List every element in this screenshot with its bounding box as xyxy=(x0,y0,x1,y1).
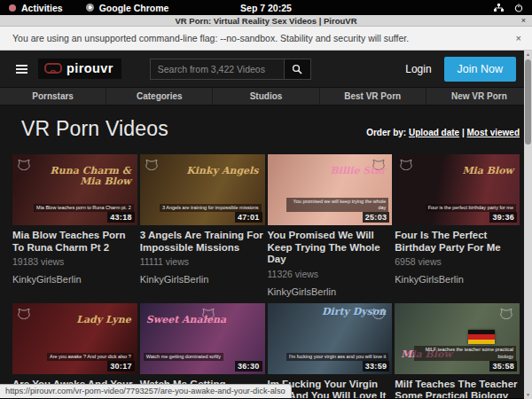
power-icon[interactable] xyxy=(514,4,523,12)
duration-badge: 47:01 xyxy=(235,212,262,223)
order-by-label: Order by: xyxy=(366,128,406,137)
order-separator: | xyxy=(462,128,465,137)
nav-item-pornstars[interactable]: Pornstars xyxy=(0,88,106,105)
video-thumbnail[interactable]: Runa Charm & Mia Blow Mia Blow teaches p… xyxy=(12,154,137,225)
video-title[interactable]: Milf Teaches The Teacher Some Practical … xyxy=(395,379,520,398)
thumbnail-caption: Lady Lyne xyxy=(76,315,131,325)
video-card: Mia Blow MILF teaches the teacher some p… xyxy=(395,303,520,398)
hamburger-menu-icon[interactable] xyxy=(16,65,27,74)
view-count: 11326 views xyxy=(268,269,393,279)
thumbnail-caption: Sweet Analena xyxy=(146,315,226,325)
page-content: VR Porn Videos Order by: Upload date | M… xyxy=(0,106,532,398)
nav-item-new-vr-porn[interactable]: New VR Porn xyxy=(426,88,532,105)
search-button[interactable] xyxy=(285,59,311,80)
duration-badge: 35:58 xyxy=(489,361,517,372)
video-thumbnail[interactable]: Mia Blow MILF teaches the teacher some p… xyxy=(395,303,520,374)
main-nav: Pornstars Categories Studios Best VR Por… xyxy=(0,87,532,106)
duration-badge: 43:18 xyxy=(107,212,135,223)
studio-watermark-icon xyxy=(145,158,158,174)
status-bar-url: https://pirouvr.com/vr-porn-video/779325… xyxy=(0,384,292,398)
video-thumbnail[interactable]: Billie Star You promised we will keep tr… xyxy=(268,154,393,225)
video-title[interactable]: 3 Angels Are Training For Impossible Mis… xyxy=(140,230,265,254)
network-icon[interactable] xyxy=(494,4,504,12)
view-count: 6958 views xyxy=(395,256,520,267)
nav-item-studios[interactable]: Studios xyxy=(212,88,318,105)
thumbnail-caption: Dirty Dyson xyxy=(322,307,386,317)
system-top-bar: Activities Google Chrome Sep 7 20:25 xyxy=(0,0,532,15)
thumbnail-caption: Billie Star xyxy=(330,166,386,176)
search-input[interactable] xyxy=(150,59,285,80)
duration-badge: 36:30 xyxy=(235,361,262,372)
video-card: Mia Blow Four is the perfect birthday pa… xyxy=(395,154,520,298)
video-card: Runa Charm & Mia Blow Mia Blow teaches p… xyxy=(12,154,137,298)
browser-title-bar: VR Porn: Virtual Reality Sex Videos | Pi… xyxy=(0,15,532,27)
video-title[interactable]: You Promised We Will Keep Trying The Who… xyxy=(268,230,393,266)
view-count: 11111 views xyxy=(140,256,265,267)
login-link[interactable]: Login xyxy=(393,63,443,75)
studio-watermark-icon xyxy=(18,307,30,323)
thumbnail-subcaption: 3 Angels are training for impossible mis… xyxy=(160,204,262,212)
thumbnail-caption: Mia Blow xyxy=(462,166,513,176)
duration-badge: 30:17 xyxy=(107,361,135,372)
video-thumbnail[interactable]: Dirty Dyson I'm fucking your virgin ass … xyxy=(268,303,393,374)
video-thumbnail[interactable]: Kinky Angels 3 Angels are training for i… xyxy=(140,154,265,225)
activities-button[interactable]: Activities xyxy=(21,3,63,13)
studio-link[interactable]: KinkyGirlsBerlin xyxy=(12,274,137,286)
tab-close-icon[interactable]: × xyxy=(521,16,526,25)
scrollbar-down-icon[interactable]: ▼ xyxy=(524,391,532,399)
studio-link[interactable]: KinkyGirlsBerlin xyxy=(395,274,520,286)
thumbnail-subcaption: Watch me getting dominated softly xyxy=(144,353,223,361)
studio-watermark-icon xyxy=(500,307,512,323)
site-header: pirouvr Login Join Now xyxy=(0,51,532,87)
duration-badge: 25:03 xyxy=(363,212,390,223)
video-thumbnail[interactable]: Lady Lyne Are you awake ? And your dick … xyxy=(12,303,137,374)
chrome-warning-bar: You are using an unsupported command-lin… xyxy=(0,27,532,51)
german-flag-icon xyxy=(468,330,495,344)
system-clock[interactable]: Sep 7 20:25 xyxy=(0,3,532,13)
thumbnail-subcaption: Are you awake ? And your dick also ? xyxy=(47,353,134,361)
video-grid: Runa Charm & Mia Blow Mia Blow teaches p… xyxy=(12,154,520,398)
focused-app-menu[interactable]: Google Chrome xyxy=(99,3,169,13)
video-thumbnail[interactable]: Sweet Analena Watch me getting dominated… xyxy=(140,303,265,374)
thumbnail-caption: Runa Charm & Mia Blow xyxy=(46,166,131,187)
studio-watermark-icon xyxy=(400,158,412,174)
order-by-most-viewed-link[interactable]: Most viewed xyxy=(467,128,520,137)
chrome-app-icon xyxy=(86,4,94,12)
tab-title[interactable]: VR Porn: Virtual Reality Sex Videos | Pi… xyxy=(175,16,356,26)
order-by-controls: Order by: Upload date | Most viewed xyxy=(366,128,520,141)
thumbnail-subcaption: I'm fucking your virgin ass and you will… xyxy=(286,353,388,361)
nav-item-categories[interactable]: Categories xyxy=(106,88,212,105)
search-icon xyxy=(292,64,302,74)
search-bar xyxy=(150,59,311,80)
studio-watermark-icon xyxy=(18,158,30,174)
view-count: 19183 views xyxy=(12,256,137,267)
vr-goggles-icon xyxy=(44,63,62,74)
video-thumbnail[interactable]: Mia Blow Four is the perfect birthday pa… xyxy=(395,154,520,225)
thumbnail-caption: Kinky Angels xyxy=(186,166,258,176)
thumbnail-subcaption: MILF teaches the teacher some practical … xyxy=(414,346,516,360)
scrollbar-thumb[interactable] xyxy=(525,59,531,145)
order-by-upload-date-link[interactable]: Upload date xyxy=(409,128,459,137)
activities-indicator-icon xyxy=(9,4,16,12)
duration-badge: 33:59 xyxy=(363,361,390,372)
video-card: Billie Star You promised we will keep tr… xyxy=(268,154,393,298)
join-now-button[interactable]: Join Now xyxy=(444,57,516,82)
scrollbar[interactable]: ▲ ▼ xyxy=(524,51,532,399)
studio-link[interactable]: KinkyGirlsBerlin xyxy=(140,274,265,286)
scrollbar-up-icon[interactable]: ▲ xyxy=(524,51,532,59)
warning-text: You are using an unsupported command-lin… xyxy=(12,33,409,43)
video-title[interactable]: Four Is The Perfect Birthday Party For M… xyxy=(395,230,520,254)
video-card: Kinky Angels 3 Angels are training for i… xyxy=(140,154,265,298)
site-logo[interactable]: pirouvr xyxy=(38,59,121,79)
thumbnail-subcaption: You promised we will keep trying the who… xyxy=(286,198,388,212)
warning-close-icon[interactable]: × xyxy=(516,33,521,43)
web-page: pirouvr Login Join Now Pornstars Categor… xyxy=(0,51,532,398)
video-title[interactable]: Mia Blow Teaches Porn To Runa Charm Pt 2 xyxy=(12,230,137,254)
thumbnail-subcaption: Four is the perfect birthday party for m… xyxy=(426,204,516,212)
thumbnail-subcaption: Mia Blow teaches porn to Runa Charm pt. … xyxy=(34,204,134,212)
site-logo-text: pirouvr xyxy=(66,61,113,75)
page-title: VR Porn Videos xyxy=(21,117,168,141)
studio-link[interactable]: KinkyGirlsBerlin xyxy=(268,286,393,298)
nav-item-best-vr-porn[interactable]: Best VR Porn xyxy=(319,88,426,105)
duration-badge: 39:36 xyxy=(489,212,517,223)
